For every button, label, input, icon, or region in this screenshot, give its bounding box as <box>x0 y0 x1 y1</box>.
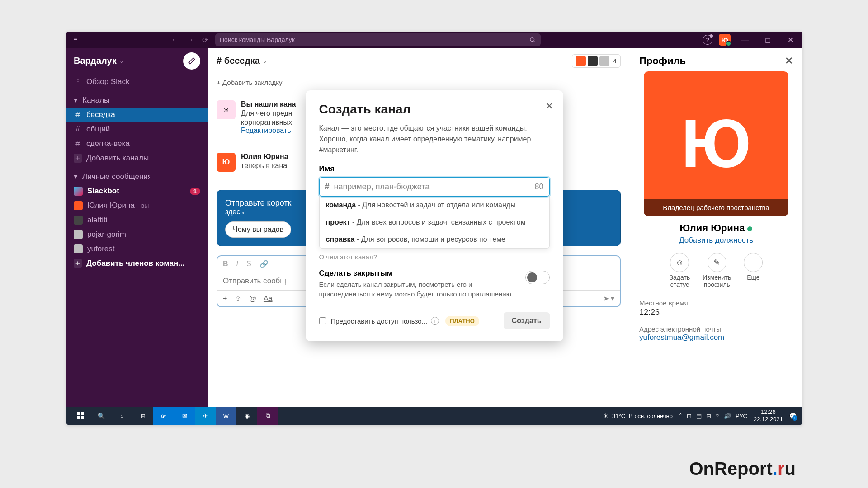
suggestion-item[interactable]: справка - Для вопросов, помощи и ресурсо… <box>320 231 549 248</box>
close-icon[interactable]: ✕ <box>545 100 553 112</box>
hash-icon: # <box>325 182 330 192</box>
store-icon[interactable]: 🛍 <box>153 407 174 425</box>
profile-title: Профиль <box>639 55 686 67</box>
workspace-header[interactable]: Вардалук ⌄ <box>66 48 208 74</box>
strike-icon[interactable]: S <box>246 260 251 268</box>
sidebar-section-channels[interactable]: ▾Каналы <box>66 93 208 108</box>
language-indicator[interactable]: РУС <box>736 413 747 419</box>
plus-icon[interactable]: + <box>223 295 227 303</box>
sidebar-item-label: Обзор Slack <box>86 77 129 86</box>
profile-name: Юлия Юрина <box>680 222 745 234</box>
search-input[interactable]: Поиск команды Вардалук <box>215 33 541 46</box>
chevron-down-icon[interactable]: ⌄ <box>263 58 267 64</box>
sidebar-item-label: Добавить членов коман... <box>86 259 184 268</box>
clock[interactable]: 12:26 22.12.2021 <box>754 408 783 422</box>
more-button[interactable]: ⋯Еще <box>744 253 763 288</box>
send-icon[interactable]: ➤ ▾ <box>603 294 614 303</box>
slack-icon[interactable]: ⧉ <box>257 407 278 425</box>
sidebar-item-label: сделка-века <box>86 139 130 148</box>
message-author: Юлия Юрина <box>241 153 288 161</box>
email-link[interactable]: yuforestmua@gmail.com <box>639 333 793 342</box>
avatar-icon <box>599 56 609 66</box>
notifications-icon[interactable]: 💬 <box>787 410 798 422</box>
sidebar-dm-aleftiti[interactable]: aleftiti <box>66 213 208 227</box>
format-icon[interactable]: Aa <box>264 295 273 303</box>
close-button[interactable]: ✕ <box>782 36 798 44</box>
name-suggestions: команда - Для новостей и задач от отдела… <box>319 197 550 249</box>
suggestion-item[interactable]: проект - Для всех вопросов и задач, связ… <box>320 214 549 231</box>
add-role-link[interactable]: Добавить должность <box>639 236 793 245</box>
tray-icon[interactable]: ⊡ <box>687 413 692 419</box>
unread-badge: 1 <box>190 188 200 195</box>
mention-icon[interactable]: @ <box>249 295 256 303</box>
weather-widget[interactable]: ☀ 31°C В осн. солнечно <box>603 413 673 419</box>
mail-icon[interactable]: ✉ <box>174 407 195 425</box>
sidebar-channel-besedka[interactable]: #беседка <box>66 108 208 122</box>
wifi-icon[interactable]: ⌔ <box>716 413 719 419</box>
maximize-button[interactable]: ◻ <box>760 36 776 44</box>
tray-icon[interactable]: ▤ <box>696 413 702 419</box>
local-time: 12:26 <box>639 308 793 317</box>
sidebar-channel-sdelka[interactable]: #сделка-века <box>66 136 208 151</box>
help-icon[interactable]: ? <box>703 35 712 45</box>
chrome-icon[interactable]: ◉ <box>236 407 257 425</box>
telegram-icon[interactable]: ✈ <box>195 407 216 425</box>
sidebar-add-channels[interactable]: +Добавить каналы <box>66 151 208 165</box>
sun-icon: ☀ <box>603 413 609 419</box>
clock-time: 12:26 <box>754 408 783 416</box>
sidebar-dm-yuforest[interactable]: yuforest <box>66 242 208 256</box>
italic-icon[interactable]: I <box>236 260 238 268</box>
channel-name-input[interactable]: # например, план-бюджета 80 <box>319 177 550 197</box>
member-count-button[interactable]: 4 <box>572 54 621 68</box>
sidebar-item-label: Юлия Юрина <box>87 201 135 210</box>
search-icon[interactable]: 🔍 <box>91 407 112 425</box>
nav-forward-icon[interactable]: → <box>187 36 194 44</box>
history-icon[interactable]: ⟳ <box>202 36 208 44</box>
emoji-icon[interactable]: ☺ <box>234 295 241 303</box>
set-status-button[interactable]: ☺Задать статус <box>670 253 690 288</box>
hamburger-icon[interactable]: ≡ <box>70 36 81 44</box>
svg-line-1 <box>533 41 535 42</box>
nav-back-icon[interactable]: ← <box>171 36 179 44</box>
avatar-icon: Ю <box>217 153 236 172</box>
about-placeholder: О чем этот канал? <box>319 253 550 261</box>
bold-icon[interactable]: B <box>223 260 228 268</box>
compose-button[interactable] <box>183 52 200 70</box>
start-button[interactable] <box>70 407 91 425</box>
suggestion-item[interactable]: команда - Для новостей и задач от отдела… <box>320 197 549 214</box>
tray-icon[interactable]: ⊟ <box>706 413 711 419</box>
edit-profile-button[interactable]: ✎Изменить профиль <box>703 253 731 288</box>
avatar-letter: Ю <box>681 105 751 183</box>
suggestion-key: справка <box>326 235 355 243</box>
sidebar-add-members[interactable]: +Добавить членов коман... <box>66 256 208 271</box>
modal-description: Канал — это место, где общаются участник… <box>319 123 550 155</box>
edit-link[interactable]: Редактировать <box>241 127 296 135</box>
volume-icon[interactable]: 🔊 <box>724 413 731 419</box>
word-icon[interactable]: W <box>216 407 236 425</box>
close-icon[interactable]: ✕ <box>785 55 793 67</box>
link-icon[interactable]: 🔗 <box>259 260 269 268</box>
user-avatar[interactable]: Ю <box>719 34 731 46</box>
sidebar-dm-yulia[interactable]: Юлия Юринавы <box>66 198 208 213</box>
add-bookmark-button[interactable]: + Добавить закладку <box>208 74 630 91</box>
info-icon[interactable]: i <box>431 317 439 325</box>
minimize-button[interactable]: — <box>737 36 753 44</box>
private-toggle[interactable] <box>525 271 550 284</box>
sidebar-section-dms[interactable]: ▾Личные сообщения <box>66 169 208 184</box>
sidebar-dm-pojar[interactable]: pojar-gorim <box>66 227 208 242</box>
smile-icon: ☺ <box>217 100 236 119</box>
share-checkbox[interactable] <box>319 317 326 324</box>
sidebar-item-label: yuforest <box>87 244 114 253</box>
create-button[interactable]: Создать <box>504 312 550 329</box>
sidebar-overview[interactable]: ⋮Обзор Slack <box>66 74 208 89</box>
banner-prompt[interactable]: Чему вы радов <box>225 221 291 238</box>
channel-title[interactable]: # беседка <box>217 56 260 66</box>
sidebar-channel-obshiy[interactable]: #общий <box>66 122 208 136</box>
sidebar-item-label: беседка <box>86 110 115 119</box>
sidebar-dm-slackbot[interactable]: Slackbot1 <box>66 184 208 198</box>
cortana-icon[interactable]: ○ <box>112 407 132 425</box>
sidebar-item-label: pojar-gorim <box>87 230 126 239</box>
chevron-up-icon[interactable]: ˄ <box>679 413 682 419</box>
taskview-icon[interactable]: ⊞ <box>132 407 153 425</box>
chevron-down-icon: ⌄ <box>119 58 124 64</box>
